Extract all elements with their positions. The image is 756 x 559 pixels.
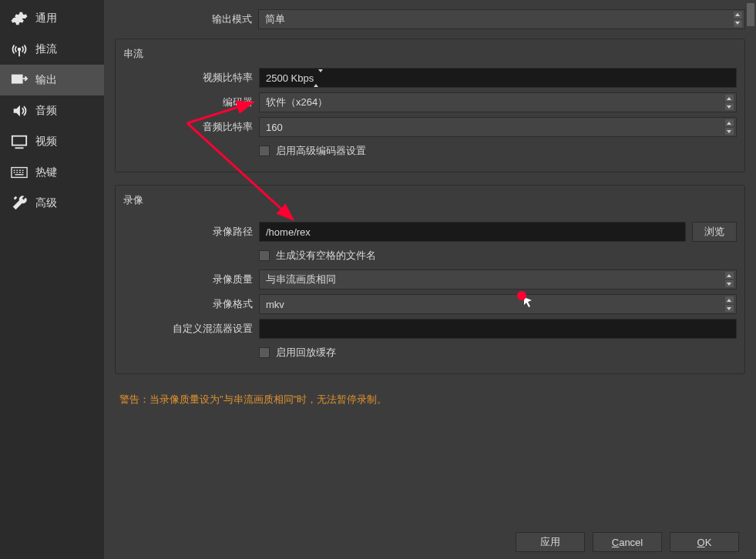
scrollbar-thumb[interactable] — [747, 3, 754, 26]
output-mode-label: 输出模式 — [115, 12, 258, 26]
sidebar-item-label: 推流 — [35, 42, 57, 56]
audio-bitrate-label: 音频比特率 — [123, 120, 259, 134]
output-mode-value: 简单 — [265, 12, 285, 26]
sidebar-item-stream[interactable]: 推流 — [0, 34, 104, 65]
sidebar-item-advanced[interactable]: 高级 — [0, 188, 104, 219]
gear-icon — [11, 10, 28, 27]
muxer-input[interactable] — [259, 319, 737, 339]
record-quality-select[interactable]: 与串流画质相同 — [259, 269, 737, 290]
advanced-encoder-checkbox[interactable] — [259, 146, 270, 156]
warning-text: 警告：当录像质量设为"与串流画质相同"时，无法暂停录制。 — [119, 393, 745, 407]
sidebar-item-label: 高级 — [35, 196, 57, 210]
sidebar-item-label: 通用 — [35, 12, 57, 25]
antenna-icon — [11, 41, 28, 58]
muxer-label: 自定义混流器设置 — [123, 322, 259, 336]
video-bitrate-label: 视频比特率 — [123, 71, 259, 85]
advanced-encoder-label: 启用高级编码器设置 — [276, 144, 366, 158]
record-quality-label: 录像质量 — [123, 273, 259, 286]
record-format-label: 录像格式 — [123, 297, 259, 311]
sidebar-item-label: 输出 — [35, 73, 57, 87]
no-space-checkbox[interactable] — [259, 250, 270, 261]
stream-group: 串流 视频比特率 2500 Kbps 编码器 软件（x264） — [115, 38, 745, 172]
output-mode-select[interactable]: 简单 — [258, 9, 745, 29]
dialog-footer: 应用 Cancel OK — [104, 525, 756, 559]
monitor-icon — [11, 133, 28, 150]
apply-button[interactable]: 应用 — [516, 532, 585, 552]
replay-buffer-checkbox[interactable] — [259, 347, 270, 358]
sidebar-item-general[interactable]: 通用 — [0, 3, 104, 34]
sidebar-item-audio[interactable]: 音频 — [0, 95, 104, 126]
encoder-select[interactable]: 软件（x264） — [259, 92, 737, 112]
ok-button[interactable]: OK — [670, 532, 739, 552]
sidebar-item-video[interactable]: 视频 — [0, 126, 104, 157]
record-group-title: 录像 — [123, 193, 737, 207]
cancel-button[interactable]: Cancel — [593, 532, 662, 552]
output-icon — [11, 72, 28, 89]
encoder-label: 编码器 — [123, 95, 259, 109]
settings-sidebar: 通用 推流 输出 音频 视频 — [0, 0, 104, 559]
tools-icon — [11, 195, 28, 212]
sidebar-item-hotkeys[interactable]: 热键 — [0, 157, 104, 188]
record-path-input[interactable]: /home/rex — [259, 222, 686, 242]
speaker-icon — [11, 102, 28, 119]
sidebar-item-label: 热键 — [35, 166, 57, 179]
svg-rect-2 — [12, 75, 22, 83]
record-path-label: 录像路径 — [123, 225, 259, 239]
sidebar-item-label: 视频 — [35, 135, 57, 149]
replay-buffer-label: 启用回放缓存 — [276, 346, 336, 360]
sidebar-item-label: 音频 — [35, 104, 57, 118]
audio-bitrate-select[interactable]: 160 — [259, 117, 737, 137]
no-space-label: 生成没有空格的文件名 — [276, 249, 376, 263]
browse-button[interactable]: 浏览 — [692, 222, 737, 242]
record-group: 录像 录像路径 /home/rex 浏览 生成没有空格的文件名 录像质量 — [115, 185, 745, 374]
settings-main-panel: 输出模式 简单 串流 视频比特率 2500 Kbps 编码器 — [104, 0, 756, 559]
output-mode-row: 输出模式 简单 — [115, 0, 745, 34]
svg-rect-3 — [12, 136, 26, 146]
stream-group-title: 串流 — [123, 47, 737, 61]
sidebar-item-output[interactable]: 输出 — [0, 65, 104, 95]
keyboard-icon — [11, 164, 28, 181]
video-bitrate-input[interactable]: 2500 Kbps — [259, 68, 737, 88]
record-format-select[interactable]: mkv — [259, 294, 737, 314]
